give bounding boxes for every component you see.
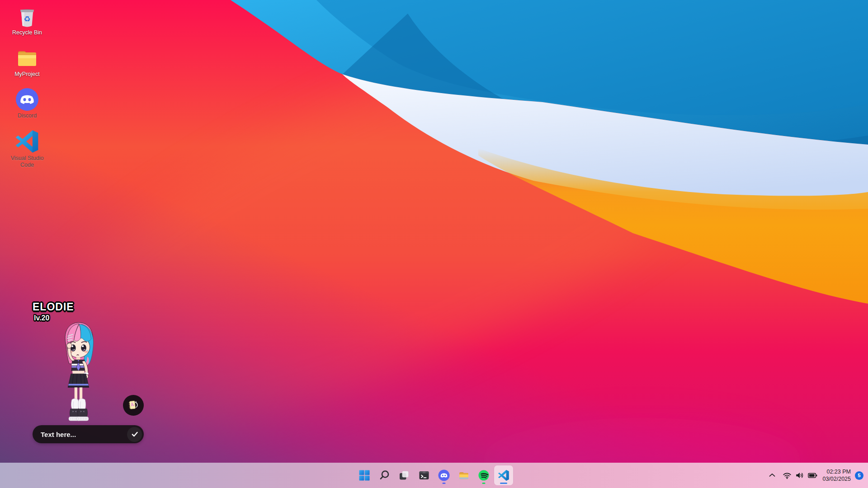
vscode-icon xyxy=(15,129,39,154)
taskbar: 02:23 PM 03/02/2025 5 xyxy=(0,463,868,488)
spotify-button[interactable] xyxy=(474,465,493,485)
note-button[interactable] xyxy=(123,395,144,416)
desktop-icon-vscode[interactable]: Visual Studio Code xyxy=(6,129,48,169)
system-tray: 02:23 PM 03/02/2025 5 xyxy=(766,463,863,488)
taskbar-clock[interactable]: 02:23 PM 03/02/2025 xyxy=(822,468,851,483)
terminal-button[interactable] xyxy=(415,465,434,485)
folder-icon xyxy=(15,46,39,70)
confirm-button[interactable] xyxy=(127,427,142,442)
note-icon xyxy=(127,399,140,412)
taskbar-discord-button[interactable] xyxy=(434,465,453,485)
taskbar-center xyxy=(355,463,513,488)
svg-text:♻: ♻ xyxy=(24,14,30,23)
file-explorer-button[interactable] xyxy=(454,465,473,485)
wifi-icon xyxy=(782,470,792,480)
discord-icon xyxy=(15,88,39,111)
running-indicator xyxy=(443,483,446,484)
character-widget: ELODIE lv.20 xyxy=(33,301,146,446)
chat-input[interactable] xyxy=(40,430,127,439)
windows-start-icon xyxy=(359,469,370,481)
task-view-icon xyxy=(398,469,410,481)
tray-time: 02:23 PM xyxy=(822,468,851,475)
character-elodie[interactable] xyxy=(56,318,100,423)
search-button[interactable] xyxy=(375,465,394,485)
volume-icon xyxy=(795,470,805,480)
spotify-icon xyxy=(478,469,490,481)
desktop-icon-grid: ♻ Recycle Bin MyProject Discord xyxy=(6,5,48,169)
start-button[interactable] xyxy=(355,465,374,485)
discord-icon xyxy=(438,469,450,481)
terminal-icon xyxy=(418,469,430,481)
desktop-icon-label: Discord xyxy=(18,113,37,119)
desktop-icon-recycle-bin[interactable]: ♻ Recycle Bin xyxy=(6,5,48,36)
desktop-icon-label: Visual Studio Code xyxy=(7,155,47,169)
character-name: ELODIE xyxy=(33,301,74,313)
running-indicator xyxy=(482,483,486,484)
task-view-button[interactable] xyxy=(395,465,414,485)
battery-icon xyxy=(807,470,818,480)
chevron-up-icon xyxy=(767,470,777,480)
desktop-screen: ♻ Recycle Bin MyProject Discord xyxy=(0,0,868,488)
quick-settings[interactable] xyxy=(782,470,818,480)
desktop-icon-discord[interactable]: Discord xyxy=(6,88,48,119)
active-indicator xyxy=(500,483,507,484)
search-icon xyxy=(378,469,390,481)
tray-date: 03/02/2025 xyxy=(822,475,851,483)
taskbar-vscode-button[interactable] xyxy=(494,465,513,485)
check-icon xyxy=(130,429,140,439)
desktop-icon-label: MyProject xyxy=(14,71,40,78)
file-explorer-icon xyxy=(458,469,470,481)
vscode-icon xyxy=(498,469,509,481)
desktop-icon-myproject[interactable]: MyProject xyxy=(6,46,48,78)
chat-pill xyxy=(33,425,144,443)
tray-chevron-button[interactable] xyxy=(766,469,778,481)
desktop-icon-label: Recycle Bin xyxy=(12,29,42,36)
notification-badge[interactable]: 5 xyxy=(855,471,863,480)
character-level: lv.20 xyxy=(34,314,49,322)
recycle-bin-icon: ♻ xyxy=(15,5,39,28)
